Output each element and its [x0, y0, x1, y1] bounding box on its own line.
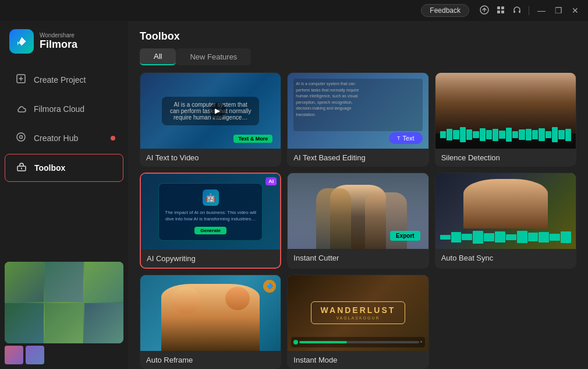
app-body: Wondershare Filmora Create Project Filmo… — [0, 21, 588, 369]
logo-brand: Wondershare — [40, 32, 77, 38]
tool-thumb-ai-text-to-video: AI is a computer system thatcan perform … — [140, 73, 281, 149]
text-pill: T Text — [389, 132, 423, 144]
svg-rect-6 — [519, 10, 520, 13]
reframe-badge: 🔷 — [263, 280, 276, 293]
tool-card-ai-copywriting[interactable]: AI 🤖 The impact of AI on business: This … — [140, 173, 281, 268]
tool-card-silence-detection[interactable]: Silence Detection — [435, 72, 576, 167]
tool-thumb-auto-beat-sync: AI — [435, 173, 576, 249]
sidebar-item-create-project[interactable]: Create Project — [5, 66, 123, 93]
minimize-button[interactable]: — — [533, 3, 550, 17]
svg-point-8 — [17, 133, 25, 141]
svg-rect-5 — [513, 10, 515, 13]
creator-hub-icon — [15, 132, 27, 145]
svg-rect-1 — [497, 6, 500, 9]
svg-rect-4 — [501, 10, 504, 13]
creator-hub-notification-dot — [111, 136, 115, 140]
sidebar-thumbnail — [5, 262, 123, 343]
tool-thumb-silence-detection — [435, 73, 576, 149]
svg-point-9 — [20, 136, 23, 139]
filmora-cloud-icon — [15, 103, 27, 115]
text-cta-badge: Text & More — [233, 135, 272, 143]
tool-card-ai-text-to-video[interactable]: AI is a computer system thatcan perform … — [140, 72, 281, 167]
tool-label-ai-text-based-editing: AI Text Based Editing — [288, 149, 428, 167]
tool-thumb-auto-reframe: 🔷 — [140, 275, 281, 351]
thumb-inner: AI is a computer system that can perform… — [288, 73, 428, 149]
svg-rect-2 — [501, 6, 504, 9]
feedback-button[interactable]: Feedback — [421, 4, 469, 17]
tool-card-instant-mode[interactable]: AI WANDERLUST VAGLASKOGUR — [287, 275, 428, 369]
beat-content: AI — [435, 173, 576, 249]
divider — [529, 6, 529, 15]
tool-label-instant-cutter: Instant Cutter — [288, 249, 428, 267]
text-label-pill: T Text — [389, 132, 423, 144]
logo-text: Wondershare Filmora — [40, 32, 77, 51]
mosaic-cell — [45, 303, 84, 343]
beat-waveform — [440, 230, 571, 244]
instant-content: AI WANDERLUST VAGLASKOGUR — [288, 275, 428, 351]
grid-icon-button[interactable] — [493, 3, 509, 19]
mosaic-cell — [5, 262, 44, 302]
tools-grid: AI is a computer system thatcan perform … — [128, 72, 588, 369]
upload-icon-button[interactable] — [476, 3, 493, 19]
tab-new-features[interactable]: New Features — [176, 48, 251, 65]
tab-all[interactable]: All — [140, 48, 176, 65]
mini-thumbnail-row — [5, 346, 123, 364]
title-bar: Feedback — ❐ ✕ — [0, 0, 588, 21]
generate-btn: Generate — [194, 227, 226, 234]
copy-text: The impact of AI on business: This video… — [165, 209, 256, 222]
tabs-bar: All New Features — [128, 48, 588, 65]
sidebar-item-creator-hub[interactable]: Creator Hub — [5, 125, 123, 152]
restore-button[interactable]: ❐ — [550, 3, 567, 17]
thumbnail-mosaic — [5, 262, 123, 343]
tool-card-ai-text-based-editing[interactable]: AI is a computer system that can perform… — [287, 72, 428, 167]
tool-card-auto-beat-sync[interactable]: AI — [435, 173, 576, 268]
mosaic-cell — [5, 303, 44, 343]
thumb-inner: AI is a computer system thatcan perform … — [140, 73, 281, 149]
page-title: Toolbox — [128, 21, 588, 48]
headset-icon-button[interactable] — [509, 3, 525, 19]
logo-area: Wondershare Filmora — [0, 21, 128, 65]
mini-thumb-2 — [26, 346, 44, 364]
mosaic-cell — [84, 303, 123, 343]
logo-product: Filmora — [40, 38, 77, 51]
mosaic-cell — [45, 262, 84, 302]
tool-thumb-text-based-editing: AI is a computer system that can perform… — [288, 73, 428, 149]
export-button-mini: Export — [390, 231, 420, 241]
sidebar-item-toolbox[interactable]: Toolbox — [5, 154, 123, 182]
ai-badge: AI — [265, 177, 277, 185]
svg-rect-3 — [497, 10, 500, 13]
tool-label-instant-mode: Instant Mode — [288, 351, 428, 369]
copywriting-content: AI 🤖 The impact of AI on business: This … — [141, 174, 280, 249]
tool-card-instant-cutter[interactable]: Export Instant Cutter — [287, 173, 428, 268]
tool-label-silence-detection: Silence Detection — [435, 149, 576, 167]
sidebar: Wondershare Filmora Create Project Filmo… — [0, 21, 128, 369]
logo-icon — [9, 29, 34, 54]
main-content: Toolbox All New Features AI is a compute… — [128, 21, 588, 369]
play-button: ▶ — [210, 103, 226, 119]
close-button[interactable]: ✕ — [567, 3, 583, 17]
reframe-content: 🔷 — [140, 275, 281, 351]
toolbox-icon — [16, 161, 27, 174]
tool-thumb-ai-copywriting: AI 🤖 The impact of AI on business: This … — [141, 174, 280, 249]
ai-icon: 🤖 — [203, 189, 219, 206]
tool-label-auto-reframe: Auto Reframe — [140, 351, 281, 369]
tool-label-ai-text-to-video: AI Text to Video — [140, 149, 281, 167]
toolbox-label: Toolbox — [34, 163, 65, 173]
cutter-content: Export — [288, 173, 428, 249]
tool-label-ai-copywriting: AI Copywriting — [141, 249, 280, 268]
tool-thumb-instant-mode: AI WANDERLUST VAGLASKOGUR — [288, 275, 428, 351]
create-project-label: Create Project — [34, 75, 86, 85]
sidebar-item-filmora-cloud[interactable]: Filmora Cloud — [5, 96, 123, 122]
sidebar-bottom — [0, 262, 128, 369]
filmora-cloud-label: Filmora Cloud — [34, 104, 84, 114]
tool-thumb-instant-cutter: Export — [288, 173, 428, 249]
mosaic-cell — [84, 262, 123, 302]
creator-hub-label: Creator Hub — [34, 133, 78, 143]
create-project-icon — [15, 73, 27, 86]
mini-thumb-1 — [5, 346, 23, 364]
tool-label-auto-beat-sync: Auto Beat Sync — [435, 249, 576, 267]
wanderlust-title: WANDERLUST — [321, 305, 396, 315]
waveform — [440, 126, 571, 143]
tool-card-auto-reframe[interactable]: 🔷 Auto Reframe — [140, 275, 281, 369]
wanderlust-subtitle: VAGLASKOGUR — [321, 316, 396, 320]
